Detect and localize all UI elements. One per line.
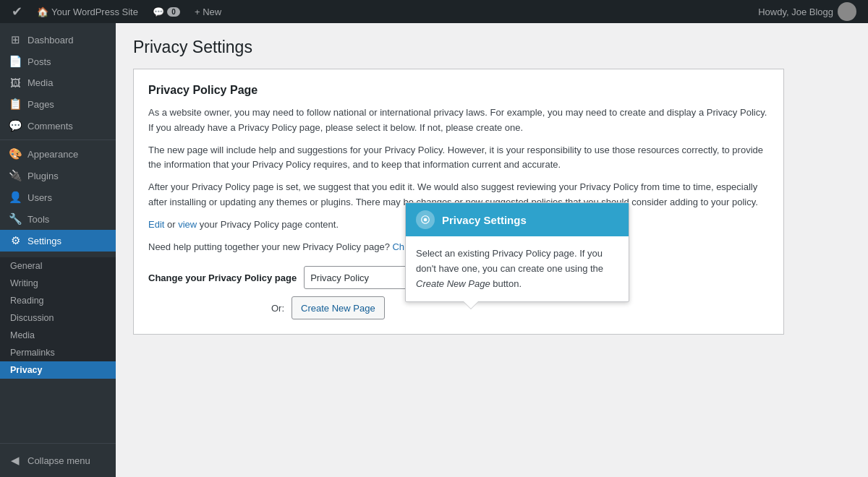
sidebar-item-plugins[interactable]: 🔌 Plugins bbox=[0, 165, 116, 186]
comments-nav-icon: 💬 bbox=[9, 119, 22, 132]
main-content: Privacy Settings Privacy Policy Page As … bbox=[116, 23, 868, 477]
sidebar-item-label: Plugins bbox=[27, 171, 59, 181]
tooltip-popup: Privacy Settings Select an existing Priv… bbox=[405, 202, 629, 302]
paragraph-1: As a website owner, you may need to foll… bbox=[148, 106, 769, 136]
topbar-new[interactable]: + New bbox=[189, 0, 227, 23]
tools-icon: 🔧 bbox=[9, 212, 22, 225]
sidebar-collapse: ◀ Collapse menu bbox=[0, 443, 116, 477]
sidebar: ⊞ Dashboard 📄 Posts 🖼 Media 📋 Pages 💬 Co… bbox=[0, 23, 116, 477]
sidebar-item-appearance[interactable]: 🎨 Appearance bbox=[0, 143, 116, 165]
sidebar-sub-general[interactable]: General bbox=[0, 257, 116, 275]
collapse-menu-button[interactable]: ◀ Collapse menu bbox=[0, 450, 116, 471]
sidebar-item-posts[interactable]: 📄 Posts bbox=[0, 51, 116, 72]
wp-logo[interactable]: ✔ bbox=[6, 4, 28, 20]
tooltip-body: Select an existing Privacy Policy page. … bbox=[406, 236, 629, 301]
sidebar-item-dashboard[interactable]: ⊞ Dashboard bbox=[0, 29, 116, 51]
tooltip-italic: Create New Page bbox=[416, 278, 490, 289]
new-label: + New bbox=[195, 7, 221, 17]
settings-submenu: General Writing Reading Discussion Media… bbox=[0, 257, 116, 379]
tooltip-body-text: Select an existing Privacy Policy page. … bbox=[416, 248, 603, 289]
sidebar-item-label: Comments bbox=[27, 121, 73, 132]
pages-icon: 📋 bbox=[9, 98, 22, 111]
discussion-label: Discussion bbox=[10, 313, 54, 323]
tooltip-title: Privacy Settings bbox=[442, 214, 527, 226]
sidebar-item-media[interactable]: 🖼 Media bbox=[0, 72, 116, 93]
sidebar-sub-media[interactable]: Media bbox=[0, 327, 116, 344]
page-title: Privacy Settings bbox=[133, 38, 851, 57]
sidebar-sub-discussion[interactable]: Discussion bbox=[0, 309, 116, 327]
sidebar-item-label: Posts bbox=[27, 56, 51, 67]
create-new-page-button[interactable]: Create New Page bbox=[292, 296, 385, 319]
topbar: ✔ 🏠 Your WordPress Site 💬 0 + New Howdy,… bbox=[0, 0, 868, 23]
general-label: General bbox=[10, 261, 42, 271]
writing-label: Writing bbox=[10, 278, 38, 288]
view-link[interactable]: view bbox=[178, 219, 197, 230]
sidebar-item-users[interactable]: 👤 Users bbox=[0, 186, 116, 208]
privacy-label: Privacy bbox=[10, 365, 42, 375]
paragraph-2: The new page will include help and sugge… bbox=[148, 143, 769, 173]
comments-count: 0 bbox=[167, 7, 180, 17]
posts-icon: 📄 bbox=[9, 55, 22, 68]
tooltip-wp-logo bbox=[416, 210, 435, 229]
reading-label: Reading bbox=[10, 296, 44, 306]
site-name: Your WordPress Site bbox=[51, 7, 138, 17]
sidebar-main-menu: ⊞ Dashboard 📄 Posts 🖼 Media 📋 Pages 💬 Co… bbox=[0, 23, 116, 257]
change-label: Change your Privacy Policy page bbox=[148, 272, 297, 283]
users-icon: 👤 bbox=[9, 191, 22, 204]
plugins-icon: 🔌 bbox=[9, 169, 22, 182]
collapse-icon: ◀ bbox=[9, 454, 22, 467]
appearance-icon: 🎨 bbox=[9, 147, 22, 160]
sidebar-item-label: Appearance bbox=[27, 149, 78, 160]
home-icon: 🏠 bbox=[37, 7, 48, 17]
section-title: Privacy Policy Page bbox=[148, 84, 769, 97]
sidebar-item-label: Tools bbox=[27, 214, 49, 225]
topbar-user: Howdy, Joe Blogg bbox=[752, 2, 862, 21]
comments-icon: 💬 bbox=[153, 7, 164, 17]
svg-point-0 bbox=[424, 218, 427, 222]
avatar bbox=[838, 2, 856, 21]
sidebar-sub-privacy[interactable]: Privacy bbox=[0, 361, 116, 379]
sidebar-item-label: Users bbox=[27, 192, 52, 203]
sidebar-item-label: Pages bbox=[27, 99, 54, 110]
howdy-text: Howdy, Joe Blogg bbox=[758, 7, 833, 17]
layout: ⊞ Dashboard 📄 Posts 🖼 Media 📋 Pages 💬 Co… bbox=[0, 23, 868, 477]
sidebar-divider bbox=[0, 139, 116, 140]
sidebar-item-label: Settings bbox=[27, 236, 61, 246]
dashboard-icon: ⊞ bbox=[9, 33, 22, 46]
sidebar-sub-writing[interactable]: Writing bbox=[0, 275, 116, 292]
sidebar-item-settings[interactable]: ⚙ Settings bbox=[0, 230, 116, 252]
collapse-label: Collapse menu bbox=[27, 455, 90, 466]
topbar-home[interactable]: 🏠 Your WordPress Site bbox=[31, 0, 144, 23]
sidebar-item-tools[interactable]: 🔧 Tools bbox=[0, 208, 116, 230]
tooltip-header: Privacy Settings bbox=[406, 203, 629, 236]
sidebar-item-label: Media bbox=[27, 77, 53, 88]
tooltip-arrow bbox=[464, 301, 478, 309]
or-label: Or: bbox=[271, 303, 284, 314]
permalinks-label: Permalinks bbox=[10, 348, 55, 358]
sidebar-item-pages[interactable]: 📋 Pages bbox=[0, 93, 116, 115]
settings-icon: ⚙ bbox=[9, 234, 22, 247]
sidebar-sub-reading[interactable]: Reading bbox=[0, 292, 116, 309]
topbar-comments[interactable]: 💬 0 bbox=[147, 0, 186, 23]
media-icon: 🖼 bbox=[9, 77, 22, 89]
sidebar-item-comments[interactable]: 💬 Comments bbox=[0, 115, 116, 137]
media-sub-label: Media bbox=[10, 330, 35, 340]
sidebar-item-label: Dashboard bbox=[27, 35, 74, 46]
edit-link[interactable]: Edit bbox=[148, 219, 164, 230]
sidebar-sub-permalinks[interactable]: Permalinks bbox=[0, 344, 116, 361]
